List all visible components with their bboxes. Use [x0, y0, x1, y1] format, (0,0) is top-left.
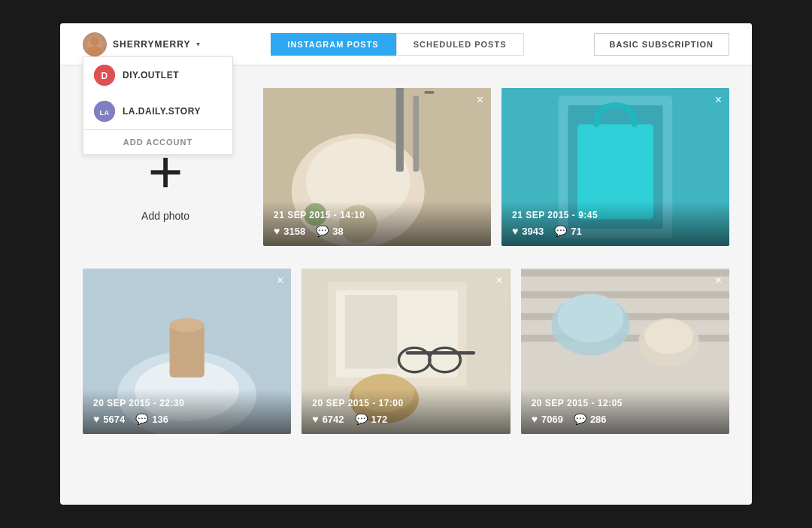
heart-icon-2: ♥ — [512, 225, 518, 237]
comment-icon-4: 💬 — [355, 413, 368, 425]
comment-icon-1: 💬 — [316, 225, 329, 237]
comments-count-3: 136 — [152, 414, 168, 425]
svg-rect-27 — [406, 351, 475, 355]
post-stats-2: ♥ 3943 💬 71 — [512, 225, 719, 237]
svg-text:D: D — [101, 71, 108, 81]
heart-icon-1: ♥ — [274, 225, 280, 237]
close-button-1[interactable]: × — [477, 94, 483, 106]
close-button-5[interactable]: × — [715, 275, 722, 287]
comments-count-4: 172 — [371, 414, 388, 425]
post-overlay-3: 20 SEP 2015 - 22:30 ♥ 5674 💬 136 — [83, 389, 291, 434]
top-nav: SHERRYMERRY ▾ D DIY.OUTLET — [60, 23, 752, 65]
bottom-posts-section: 20 SEP 2015 - 22:30 ♥ 5674 💬 136 × — [60, 269, 752, 457]
post-card-3[interactable]: 20 SEP 2015 - 22:30 ♥ 5674 💬 136 × — [83, 269, 291, 434]
svg-rect-9 — [396, 88, 404, 171]
add-photo-label: Add photo — [141, 210, 189, 222]
likes-count-1: 3158 — [283, 226, 305, 237]
likes-1: ♥ 3158 — [274, 225, 305, 237]
post-stats-4: ♥ 6742 💬 172 — [312, 413, 499, 425]
dropdown-item-diy[interactable]: D DIY.OUTLET — [83, 57, 232, 93]
nav-tabs: INSTAGRAM POSTS SCHEDULED POSTS — [271, 33, 524, 56]
likes-count-4: 6742 — [323, 414, 344, 425]
comments-4: 💬 172 — [355, 413, 388, 425]
chevron-down-icon: ▾ — [196, 40, 200, 48]
svg-rect-26 — [345, 295, 397, 369]
post-stats-1: ♥ 3158 💬 38 — [274, 225, 480, 237]
likes-count-2: 3943 — [522, 226, 544, 237]
post-date-4: 20 SEP 2015 - 17:00 — [312, 398, 499, 408]
app-window: SHERRYMERRY ▾ D DIY.OUTLET — [60, 23, 752, 505]
add-account-button[interactable]: ADD ACCOUNT — [83, 129, 232, 154]
svg-rect-11 — [425, 91, 435, 94]
svg-rect-21 — [170, 325, 205, 377]
post-overlay-2: 21 SEP 2015 - 9:45 ♥ 3943 💬 71 — [501, 201, 729, 246]
account-name: SHERRYMERRY — [113, 39, 190, 50]
account-dropdown[interactable]: SHERRYMERRY ▾ — [83, 32, 200, 56]
comments-1: 💬 38 — [316, 225, 343, 237]
dropdown-item-la[interactable]: LA LA.DAILY.STORY — [83, 93, 232, 129]
account-avatar — [83, 32, 107, 56]
post-stats-3: ♥ 5674 💬 136 — [93, 413, 280, 425]
diy-label: DIY.OUTLET — [123, 70, 179, 80]
diy-avatar: D — [94, 65, 115, 86]
likes-5: ♥ 7069 — [532, 413, 563, 425]
comments-count-1: 38 — [332, 226, 343, 237]
close-button-2[interactable]: × — [715, 94, 722, 106]
post-date-3: 20 SEP 2015 - 22:30 — [93, 398, 280, 408]
comments-2: 💬 71 — [554, 225, 581, 237]
la-avatar: LA — [94, 101, 115, 122]
heart-icon-4: ♥ — [312, 413, 318, 425]
comments-3: 💬 136 — [135, 413, 168, 425]
svg-text:LA: LA — [100, 109, 110, 117]
svg-point-0 — [90, 37, 99, 46]
heart-icon-5: ♥ — [532, 413, 538, 425]
subscription-button[interactable]: BASIC SUBSCRIPTION — [594, 33, 729, 56]
svg-rect-10 — [413, 96, 419, 171]
likes-count-5: 7069 — [541, 414, 563, 425]
likes-4: ♥ 6742 — [312, 413, 344, 425]
likes-count-3: 5674 — [103, 414, 125, 425]
post-date-2: 21 SEP 2015 - 9:45 — [512, 210, 719, 220]
post-card-1[interactable]: 21 SEP 2015 - 14:10 ♥ 3158 💬 38 × — [263, 88, 491, 246]
la-label: LA.DAILY.STORY — [123, 106, 201, 117]
heart-icon-3: ♥ — [93, 413, 99, 425]
post-card-5[interactable]: 20 SEP 2015 - 12:05 ♥ 7069 💬 286 × — [521, 269, 729, 434]
post-overlay-4: 20 SEP 2015 - 17:00 ♥ 6742 💬 172 — [301, 389, 510, 434]
post-card-2[interactable]: 21 SEP 2015 - 9:45 ♥ 3943 💬 71 × — [501, 88, 729, 246]
comment-icon-3: 💬 — [135, 413, 148, 425]
comments-count-5: 286 — [590, 414, 607, 425]
top-posts-grid: 21 SEP 2015 - 14:10 ♥ 3158 💬 38 × — [263, 88, 729, 246]
dropdown-menu: D DIY.OUTLET LA LA.DAILY.STORY ADD ACCOU… — [83, 56, 233, 155]
svg-point-1 — [87, 46, 102, 56]
svg-point-22 — [170, 318, 205, 332]
tab-scheduled[interactable]: SCHEDULED POSTS — [396, 33, 524, 56]
post-stats-5: ♥ 7069 💬 286 — [532, 413, 719, 425]
likes-3: ♥ 5674 — [93, 413, 125, 425]
comment-icon-5: 💬 — [574, 413, 586, 425]
comment-icon-2: 💬 — [554, 225, 567, 237]
close-button-4[interactable]: × — [495, 275, 502, 287]
likes-2: ♥ 3943 — [512, 225, 544, 237]
svg-point-41 — [644, 319, 693, 354]
comments-count-2: 71 — [571, 226, 581, 237]
post-card-4[interactable]: 20 SEP 2015 - 17:00 ♥ 6742 💬 172 × — [301, 269, 510, 434]
tab-instagram[interactable]: INSTAGRAM POSTS — [271, 33, 396, 56]
post-overlay-1: 21 SEP 2015 - 14:10 ♥ 3158 💬 38 — [263, 201, 491, 246]
comments-5: 💬 286 — [574, 413, 607, 425]
post-date-5: 20 SEP 2015 - 12:05 — [532, 398, 719, 408]
post-overlay-5: 20 SEP 2015 - 12:05 ♥ 7069 💬 286 — [521, 389, 729, 434]
bottom-posts-grid: 20 SEP 2015 - 22:30 ♥ 5674 💬 136 × — [83, 269, 729, 434]
close-button-3[interactable]: × — [277, 275, 283, 287]
post-date-1: 21 SEP 2015 - 14:10 — [274, 210, 480, 220]
svg-point-39 — [557, 294, 623, 343]
